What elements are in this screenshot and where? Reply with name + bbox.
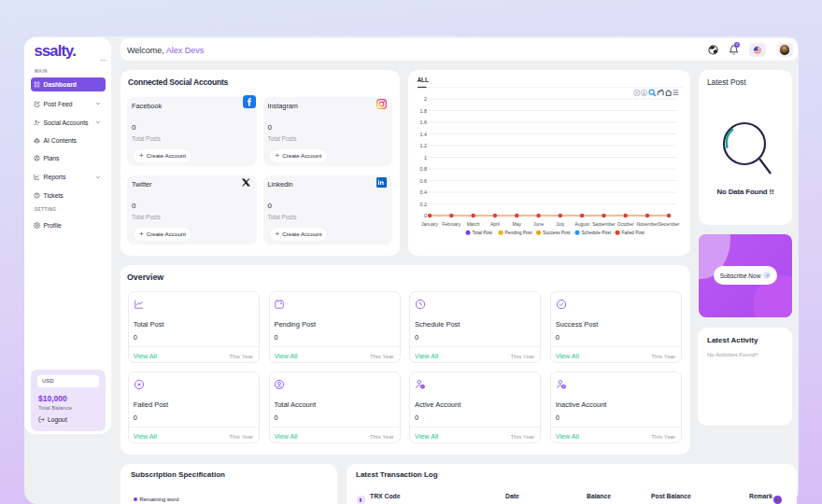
svg-text:April: April [490,221,500,227]
svg-text:November: November [636,221,658,227]
svg-text:January: January [421,221,438,227]
svg-text:Failed Post: Failed Post [622,231,645,235]
svg-text:ALL: ALL [418,77,429,83]
svg-text:March: March [467,221,480,227]
svg-text:June: June [533,221,544,227]
svg-text:Schedule Post: Schedule Post [582,231,612,235]
svg-text:1.4: 1.4 [420,132,428,137]
svg-text:0.4: 0.4 [420,189,428,195]
svg-text:December: December [658,221,679,227]
svg-text:1.6: 1.6 [420,119,428,125]
svg-text:0.6: 0.6 [420,178,428,184]
svg-text:0.2: 0.2 [420,202,428,207]
svg-text:1.8: 1.8 [420,108,428,114]
svg-text:0.8: 0.8 [420,166,428,172]
svg-text:1.2: 1.2 [420,143,428,148]
svg-text:September: September [592,221,616,227]
svg-text:0: 0 [424,213,427,218]
svg-text:Pending Post: Pending Post [505,231,533,235]
svg-text:1: 1 [424,155,427,161]
svg-text:October: October [617,221,634,227]
svg-text:February: February [442,221,461,227]
svg-text:July: July [556,221,564,227]
svg-text:Success Post: Success Post [543,231,571,235]
svg-text:Total Post: Total Post [473,231,493,235]
svg-text:May: May [512,221,521,227]
svg-text:August: August [574,221,589,227]
svg-text:2: 2 [424,96,427,102]
